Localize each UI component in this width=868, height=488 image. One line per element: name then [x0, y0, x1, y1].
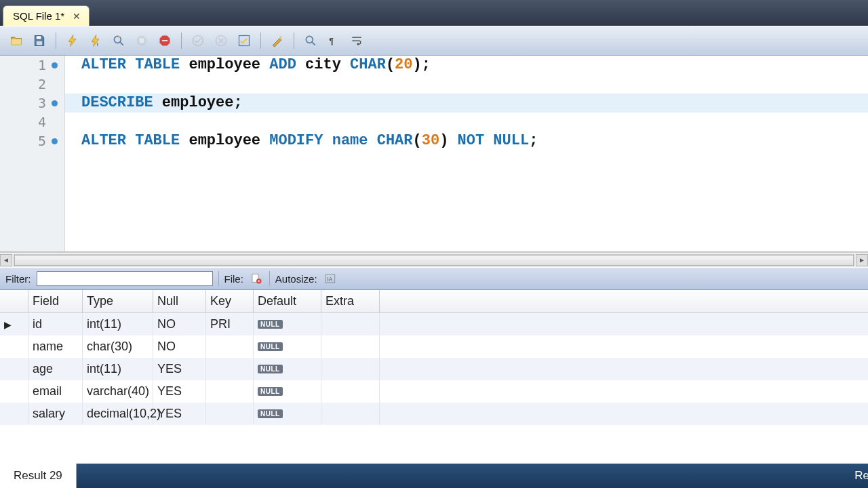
cell-key [206, 403, 254, 425]
cell-key: PRI [206, 313, 254, 336]
code-area[interactable]: ALTER TABLE employee ADD city CHAR(20);D… [65, 56, 868, 251]
tab-bar: SQL File 1* ✕ [0, 0, 868, 26]
status-bar: Result 29 Re [0, 464, 868, 488]
autocommit-button[interactable] [235, 31, 254, 50]
filter-input[interactable] [37, 271, 213, 286]
cell-key [206, 336, 254, 358]
horizontal-scrollbar[interactable]: ◄ ► [0, 252, 868, 267]
file-label: File: [224, 273, 243, 285]
result-grid: Field Type Null Key Default Extra ▶ id i… [0, 290, 868, 425]
table-row[interactable]: salary decimal(10,2) YES NULL [0, 403, 868, 425]
execute-button[interactable] [63, 31, 82, 50]
table-row[interactable]: ▶ id int(11) NO PRI NULL [0, 313, 868, 336]
svg-text:¶: ¶ [329, 36, 334, 46]
invisible-chars-button[interactable]: ¶ [324, 31, 343, 50]
autosize-button[interactable]: IA [323, 271, 338, 286]
explain-button[interactable] [109, 31, 128, 50]
row-selector[interactable]: ▶ [0, 313, 28, 336]
table-row[interactable]: age int(11) YES NULL [0, 358, 868, 380]
cell-type: decimal(10,2) [83, 403, 153, 425]
cell-field: id [28, 313, 83, 336]
cell-extra [321, 403, 380, 425]
col-header-null[interactable]: Null [153, 290, 206, 312]
open-file-button[interactable] [7, 31, 26, 50]
table-row[interactable]: email varchar(40) YES NULL [0, 380, 868, 403]
stop-button [132, 31, 151, 50]
cell-field: age [28, 358, 83, 380]
cell-null: NO [153, 313, 206, 336]
cell-extra [321, 358, 380, 380]
cell-null: YES [153, 358, 206, 380]
svg-rect-0 [37, 36, 41, 39]
cell-type: char(30) [83, 336, 153, 358]
scroll-track[interactable] [14, 254, 854, 266]
tab-title: SQL File 1* [13, 10, 64, 22]
row-selector[interactable] [0, 380, 28, 403]
col-header-field[interactable]: Field [28, 290, 83, 312]
svg-rect-5 [140, 39, 144, 43]
cell-extra [321, 380, 380, 403]
cell-field: name [28, 336, 83, 358]
stop-error-button[interactable] [155, 31, 174, 50]
svg-rect-6 [162, 40, 167, 41]
cell-default: NULL [254, 336, 321, 358]
toolbar: I ¶ [0, 26, 868, 56]
cell-extra [321, 313, 380, 336]
cell-null: NO [153, 336, 206, 358]
wrap-button[interactable] [347, 31, 366, 50]
code-editor[interactable]: 12345 ALTER TABLE employee ADD city CHAR… [0, 56, 868, 252]
cell-null: YES [153, 403, 206, 425]
table-row[interactable]: name char(30) NO NULL [0, 336, 868, 358]
cell-default: NULL [254, 358, 321, 380]
close-icon[interactable]: ✕ [70, 11, 83, 22]
rollback-button [212, 31, 231, 50]
file-tab[interactable]: SQL File 1* ✕ [3, 5, 90, 26]
export-file-button[interactable] [249, 271, 264, 286]
filter-label: Filter: [5, 273, 31, 285]
row-selector[interactable] [0, 358, 28, 380]
cell-key [206, 380, 254, 403]
status-right: Re [854, 469, 868, 483]
scroll-right-icon[interactable]: ► [856, 254, 868, 266]
cell-extra [321, 336, 380, 358]
save-button[interactable] [30, 31, 49, 50]
line-gutter: 12345 [0, 56, 65, 251]
cell-type: varchar(40) [83, 380, 153, 403]
col-header-extra[interactable]: Extra [321, 290, 380, 312]
cell-default: NULL [254, 380, 321, 403]
cell-null: YES [153, 380, 206, 403]
result-tab[interactable]: Result 29 [0, 464, 77, 488]
svg-rect-1 [37, 41, 42, 45]
cell-type: int(11) [83, 358, 153, 380]
cell-key [206, 358, 254, 380]
row-selector[interactable] [0, 336, 28, 358]
cell-field: email [28, 380, 83, 403]
beautify-button[interactable] [268, 31, 287, 50]
autosize-label: Autosize: [275, 273, 317, 285]
find-button[interactable] [301, 31, 320, 50]
grid-header: Field Type Null Key Default Extra [0, 290, 868, 313]
cell-default: NULL [254, 313, 321, 336]
cell-default: NULL [254, 403, 321, 425]
col-header-default[interactable]: Default [254, 290, 321, 312]
scroll-thumb[interactable] [14, 255, 854, 266]
cell-field: salary [28, 403, 83, 425]
col-header-type[interactable]: Type [83, 290, 153, 312]
row-selector-header[interactable] [0, 290, 28, 312]
filter-bar: Filter: File: Autosize: IA [0, 267, 868, 290]
svg-text:I: I [97, 41, 98, 47]
execute-script-button[interactable]: I [86, 31, 105, 50]
col-header-key[interactable]: Key [206, 290, 254, 312]
scroll-left-icon[interactable]: ◄ [0, 254, 12, 266]
cell-type: int(11) [83, 313, 153, 336]
commit-button [189, 31, 208, 50]
svg-text:IA: IA [327, 277, 332, 283]
row-selector[interactable] [0, 403, 28, 425]
